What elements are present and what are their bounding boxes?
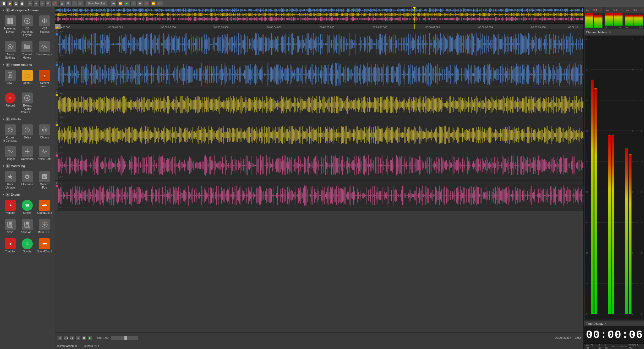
- effects-arrow: ▼: [2, 118, 5, 121]
- export-arrow: ▼: [2, 193, 5, 196]
- track-2[interactable]: 2: [55, 59, 583, 90]
- toolbar-btn-paste[interactable]: 📌: [51, 1, 57, 6]
- action-recent-files[interactable]: RecentFiles...: [37, 69, 53, 89]
- toolbar-btn-select[interactable]: ▦: [59, 1, 65, 6]
- transport-forward[interactable]: ⏩: [150, 1, 156, 6]
- top-meter-group-2: -5.0 -5.0 ✕ -17 -17: [604, 7, 624, 29]
- action-channel-meters[interactable]: ChannelMeters: [19, 40, 35, 61]
- track-1[interactable]: 1: [55, 29, 583, 59]
- toolbar-btn-new[interactable]: 📄: [1, 1, 7, 6]
- transport-scroll-right[interactable]: ►►: [69, 336, 74, 340]
- import-actions-grid: New... Open... RecentFiles...: [0, 68, 55, 90]
- svg-rect-48: [26, 222, 29, 224]
- transport-forward-end[interactable]: ⏭: [157, 1, 163, 6]
- action-cd-authoring[interactable]: CD AuthoringLayout: [19, 14, 35, 38]
- svg-rect-49: [26, 225, 29, 227]
- transport-scroll-left[interactable]: ◄◄: [63, 336, 68, 340]
- overview-bar[interactable]: [55, 7, 583, 24]
- track-area: 1 2: [55, 24, 583, 332]
- action-save-as[interactable]: Save As...: [19, 218, 35, 235]
- transport-stop-bottom[interactable]: ⏹: [81, 336, 86, 340]
- transport-zoom-out[interactable]: ◄: [57, 336, 62, 340]
- track-1-indicator: [56, 33, 58, 36]
- action-flanger[interactable]: Flanger: [2, 145, 18, 162]
- workspace-actions-header: ▼ ⊞ Workspace Actions: [0, 7, 55, 13]
- track-1-header: 1: [55, 29, 58, 59]
- action-new[interactable]: New...: [2, 69, 18, 89]
- toolbar-btn-open[interactable]: 📁: [7, 1, 13, 6]
- toolbar-btn-tool2[interactable]: ⊕: [78, 1, 83, 6]
- main-content: ▼ ⊞ Workspace Actions MasteringLayout CD…: [0, 7, 644, 349]
- toolbar-btn-redo[interactable]: ↪: [33, 1, 39, 6]
- track-6[interactable]: 6: [55, 181, 583, 211]
- action-soundcloud-upload[interactable]: SoundCloud: [36, 199, 53, 216]
- action-electronic[interactable]: Electronic: [19, 170, 35, 190]
- action-oscilloscope[interactable]: Oscilloscope: [36, 40, 53, 61]
- rate-slider-thumb[interactable]: [124, 336, 127, 340]
- action-record[interactable]: Record: [2, 91, 18, 115]
- action-noise-gate[interactable]: Noise Gate: [37, 145, 53, 162]
- meter-2-close[interactable]: ✕: [620, 9, 623, 12]
- toolbar-btn-saveas[interactable]: 📋: [19, 1, 25, 6]
- action-spotify-dl[interactable]: Spotify: [19, 237, 35, 254]
- footer-size: 27.590,5 MB: [629, 344, 642, 349]
- action-soundcloud-dl[interactable]: SoundCloud: [36, 237, 53, 254]
- meter-3-close[interactable]: ✕: [640, 9, 643, 12]
- timeline-ruler[interactable]: [55, 24, 583, 29]
- action-youtube-dl[interactable]: Youtube: [2, 237, 18, 254]
- toolbar-btn-cut[interactable]: ✂: [39, 1, 45, 6]
- action-extract-audio[interactable]: Extract Audiofrom CD...: [19, 91, 35, 115]
- audio-settings-icon: [5, 41, 16, 52]
- action-mastering-layout[interactable]: MasteringLayout: [2, 14, 18, 38]
- time-display-close[interactable]: ✕: [604, 322, 607, 325]
- track-5[interactable]: 5: [55, 150, 583, 181]
- toolbar-btn-undo[interactable]: ↩: [27, 1, 33, 6]
- transport-play[interactable]: ▶: [124, 1, 130, 6]
- action-vst-settings[interactable]: VST Settings: [37, 14, 53, 38]
- action-delay[interactable]: Delay: [19, 123, 35, 144]
- action-open[interactable]: Open...: [19, 69, 35, 89]
- show-me-how-button[interactable]: Show Me How: [86, 1, 107, 6]
- svg-point-52: [44, 224, 45, 225]
- transport-rewind-start[interactable]: ⏮: [111, 1, 117, 6]
- meter-1-close[interactable]: ✕: [600, 9, 602, 12]
- top-meter-group-3: -8.0 -8.0 ✕ -15 -15: [624, 7, 644, 29]
- svg-point-46: [10, 225, 11, 226]
- action-burn-cd[interactable]: Burn CD...: [37, 218, 53, 235]
- transport-rewind-bottom[interactable]: ⏮: [75, 336, 80, 340]
- ozone-icon: [5, 124, 16, 135]
- channel-meters-close[interactable]: ✕: [608, 31, 611, 34]
- time-display: 00:00:06,837: [584, 327, 644, 343]
- track-4[interactable]: 4: [55, 120, 583, 150]
- transport-pause[interactable]: ⏸: [130, 1, 137, 6]
- toolbar-btn-save[interactable]: 💾: [13, 1, 19, 6]
- toolbar-btn-tool1[interactable]: ↔: [72, 1, 77, 6]
- toolbar-btn-zoom[interactable]: 🔍: [66, 1, 71, 6]
- open-icon: [22, 70, 33, 81]
- track-1-waveform-canvas: [58, 29, 583, 59]
- transport-record[interactable]: ⏺: [144, 1, 150, 6]
- action-rock-vintage[interactable]: Rock Vintage: [2, 170, 18, 190]
- overview-waveform-canvas: [55, 7, 583, 23]
- action-ozone[interactable]: Ozone9 Elements: [2, 123, 18, 144]
- action-modern-pop[interactable]: MP Modern Pop: [37, 170, 53, 190]
- svg-rect-16: [28, 45, 29, 49]
- channel-meters-label: ChannelMeters: [22, 53, 32, 59]
- meter-3-bar-r: [634, 15, 643, 26]
- svg-text:MP: MP: [42, 175, 47, 178]
- channel-meters-title-bar: Channel Meters ✕: [584, 29, 644, 35]
- instant-action-close[interactable]: ✕: [75, 345, 77, 348]
- action-chorus[interactable]: Chorus: [37, 123, 53, 144]
- track-3[interactable]: 3: [55, 90, 583, 120]
- effects-title: Effects: [11, 118, 21, 121]
- action-normalize[interactable]: Normalize: [19, 145, 35, 162]
- transport-rewind[interactable]: ⏪: [117, 1, 123, 6]
- action-spotify-upload[interactable]: Spotify: [19, 199, 35, 216]
- rate-slider[interactable]: [111, 336, 138, 340]
- action-youtube-upload[interactable]: Youtube: [2, 199, 18, 216]
- transport-stop[interactable]: ⏹: [137, 1, 143, 6]
- transport-play-bottom[interactable]: ▶: [88, 336, 92, 340]
- toolbar-btn-copy[interactable]: ⧉: [45, 1, 51, 6]
- action-save[interactable]: Save: [2, 218, 18, 235]
- action-audio-settings[interactable]: AudioSettings: [2, 40, 18, 61]
